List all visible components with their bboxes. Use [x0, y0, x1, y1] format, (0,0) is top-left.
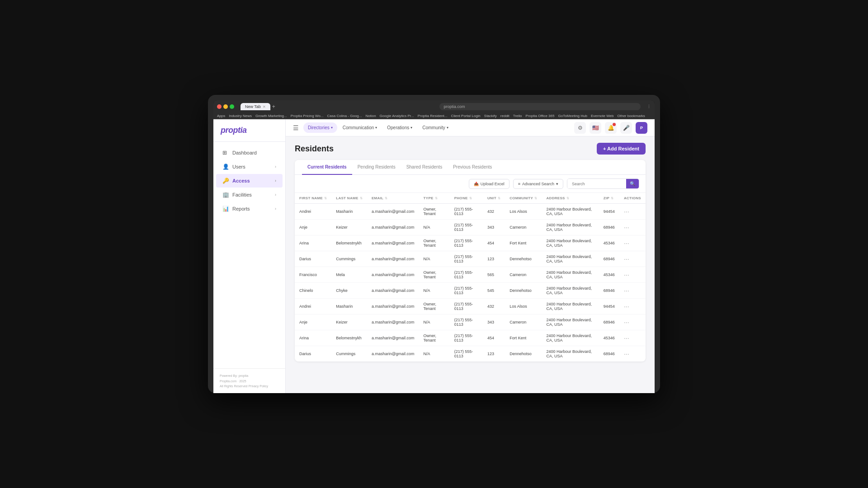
sidebar-label-reports: Reports: [232, 206, 250, 211]
cell-actions: ···: [619, 251, 646, 267]
tab-previous-residents[interactable]: Previous Residents: [448, 160, 497, 175]
cell-type: Owner, Tenant: [419, 299, 450, 314]
tab-pending-residents[interactable]: Pending Residents: [352, 160, 401, 175]
table-row: Arina Belomestnykh a.masharin@gmail.com …: [295, 235, 646, 251]
cell-community: Dennehotso: [505, 346, 542, 362]
search-input[interactable]: [567, 179, 626, 188]
row-actions-button[interactable]: ···: [624, 239, 629, 247]
col-address: ADDRESS ⇅: [542, 193, 599, 204]
bookmark-office[interactable]: Proptia Office 365: [526, 114, 555, 118]
topnav-community[interactable]: Community ▾: [418, 122, 453, 133]
address-bar[interactable]: proptia.com: [439, 103, 641, 110]
row-actions-button[interactable]: ···: [624, 287, 629, 294]
flag-icon[interactable]: 🇺🇸: [590, 122, 601, 134]
row-actions-button[interactable]: ···: [624, 303, 629, 310]
bookmark-pricing[interactable]: Proptia Pricing Wo...: [291, 114, 324, 118]
new-tab-btn[interactable]: +: [272, 103, 275, 110]
cell-lastname: Chyke: [331, 283, 367, 299]
table-row: Andrei Masharin a.masharin@gmail.com Own…: [295, 204, 646, 220]
row-actions-button[interactable]: ···: [624, 208, 629, 215]
bookmark-resident[interactable]: Proptia Resident...: [418, 114, 448, 118]
bookmark-notion[interactable]: Notion: [365, 114, 376, 118]
topnav-operations[interactable]: Operations ▾: [382, 122, 417, 133]
cell-unit: 454: [483, 330, 505, 346]
row-actions-button[interactable]: ···: [624, 255, 629, 263]
cell-zip: 94454: [599, 204, 619, 220]
bookmark-other[interactable]: Other bookmarks: [617, 114, 645, 118]
cell-phone: (217) 555-0113: [450, 235, 483, 251]
row-actions-button[interactable]: ···: [624, 334, 629, 342]
bookmark-casa[interactable]: Casa Colina - Goog...: [327, 114, 362, 118]
col-community: COMMUNITY ⇅: [505, 193, 542, 204]
top-nav: ☰ Directories ▾ Communication ▾: [286, 119, 655, 136]
row-actions-button[interactable]: ···: [624, 319, 629, 326]
row-actions-button[interactable]: ···: [624, 271, 629, 278]
cell-phone: (217) 555-0113: [450, 346, 483, 362]
cell-type: Owner, Tenant: [419, 267, 450, 283]
bookmark-goto[interactable]: GoToMeeting Hub: [558, 114, 587, 118]
minimize-btn[interactable]: [223, 104, 228, 109]
bookmarks-bar: Apps Industry News Growth Marketing... P…: [213, 113, 655, 119]
mic-icon[interactable]: 🎤: [620, 122, 632, 134]
sidebar-item-access[interactable]: 🔑 Access ›: [216, 174, 283, 188]
browser-tab-active[interactable]: New Tab ✕: [241, 103, 270, 110]
upload-excel-button[interactable]: 📤 Upload Excel: [469, 179, 509, 189]
topnav-directories[interactable]: Directories ▾: [303, 122, 337, 133]
access-arrow-icon: ›: [275, 178, 276, 183]
col-phone: PHONE ⇅: [450, 193, 483, 204]
browser-chrome: New Tab ✕ + proptia.com ⋮: [213, 100, 655, 113]
tab-current-residents[interactable]: Current Residents: [302, 160, 352, 175]
topnav-operations-chevron: ▾: [410, 126, 412, 130]
bookmark-news[interactable]: Industry News: [229, 114, 252, 118]
cell-phone: (217) 555-0113: [450, 251, 483, 267]
cell-email: a.masharin@gmail.com: [367, 220, 419, 235]
cell-lastname: Belomestnykh: [331, 330, 367, 346]
bookmark-client[interactable]: Client Portal Login: [451, 114, 480, 118]
cell-type: Owner, Tenant: [419, 235, 450, 251]
bookmark-stackify[interactable]: Stackify: [484, 114, 497, 118]
notifications-icon[interactable]: 🔔: [605, 122, 617, 134]
hamburger-icon[interactable]: ☰: [293, 124, 299, 131]
settings-icon[interactable]: ⚙: [574, 122, 586, 134]
add-resident-button[interactable]: + Add Resident: [597, 143, 646, 155]
tab-shared-residents[interactable]: Shared Residents: [401, 160, 448, 175]
row-actions-button[interactable]: ···: [624, 350, 629, 357]
advanced-search-button[interactable]: ≡ Advanced Search ▾: [513, 179, 563, 189]
cell-address: 2400 Harbour Boulevard, CA, USA: [542, 299, 599, 314]
cell-zip: 45346: [599, 235, 619, 251]
bookmark-apps[interactable]: Apps: [217, 114, 225, 118]
cell-type: N/A: [419, 283, 450, 299]
logo: proptia: [221, 126, 278, 135]
cell-address: 2400 Harbour Boulevard, CA, USA: [542, 235, 599, 251]
bookmark-evernote[interactable]: Evernote Web: [591, 114, 614, 118]
sidebar-item-reports[interactable]: 📊 Reports ›: [216, 202, 283, 216]
cell-actions: ···: [619, 267, 646, 283]
cell-type: N/A: [419, 251, 450, 267]
cell-email: a.masharin@gmail.com: [367, 314, 419, 330]
tab-close-icon[interactable]: ✕: [263, 105, 266, 109]
facilities-icon: 🏢: [222, 192, 229, 198]
cell-email: a.masharin@gmail.com: [367, 283, 419, 299]
close-btn[interactable]: [217, 104, 222, 109]
bookmark-trello[interactable]: Trello: [513, 114, 522, 118]
sidebar-item-dashboard[interactable]: ⊞ Dashboard: [216, 146, 283, 160]
topnav-community-chevron: ▾: [447, 126, 448, 130]
users-arrow-icon: ›: [275, 164, 276, 169]
table-row: Andrei Masharin a.masharin@gmail.com Own…: [295, 299, 646, 314]
browser-menu-icon[interactable]: ⋮: [647, 104, 651, 109]
avatar[interactable]: P: [636, 122, 647, 134]
sidebar-item-facilities[interactable]: 🏢 Facilities ›: [216, 188, 283, 202]
topnav-communication-chevron: ▾: [375, 126, 377, 130]
search-button[interactable]: 🔍: [626, 179, 639, 188]
search-box: 🔍: [567, 178, 639, 189]
sort-icon-address: ⇅: [566, 197, 569, 200]
bookmark-growth[interactable]: Growth Marketing...: [255, 114, 287, 118]
cell-email: a.masharin@gmail.com: [367, 299, 419, 314]
maximize-btn[interactable]: [230, 104, 234, 109]
cell-firstname: Anje: [295, 314, 331, 330]
row-actions-button[interactable]: ···: [624, 224, 629, 231]
sidebar-item-users[interactable]: 👤 Users ›: [216, 160, 283, 174]
topnav-communication[interactable]: Communication ▾: [338, 122, 382, 133]
bookmark-ga[interactable]: Google Analytics Pr...: [380, 114, 414, 118]
bookmark-reddit[interactable]: reddit: [500, 114, 509, 118]
